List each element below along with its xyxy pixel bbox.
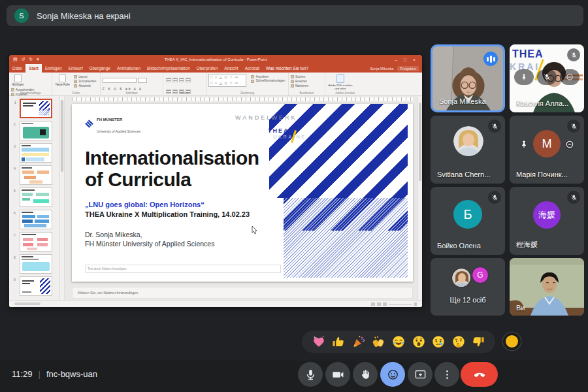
mic-off-icon <box>543 73 551 81</box>
slide-thumbnail-9[interactable]: 9 <box>20 276 52 296</box>
raise-hand-button[interactable] <box>353 362 378 387</box>
select-button[interactable]: Markieren <box>291 84 308 88</box>
slide-subtitle-quote[interactable]: „LNU goes global: Open Horizons“ <box>85 201 204 208</box>
participant-name: 程海媛 <box>516 240 538 250</box>
slide-thumbnail-8[interactable]: 8 <box>20 254 52 274</box>
shapes-gallery[interactable]: □ ○ △ ◇ ☆ ⇨□ ○ △ ◇ ☆ ⇨ <box>208 74 246 87</box>
skin-tone-button[interactable] <box>503 333 521 350</box>
reaction-thumbs-up-icon[interactable] <box>331 335 346 349</box>
tab-einfuegen[interactable]: Einfügen <box>42 64 65 73</box>
find-button[interactable]: Suchen <box>291 75 308 78</box>
participant-name: Марія Починк... <box>516 171 568 178</box>
ppt-status-bar <box>9 300 422 307</box>
meta-divider: | <box>39 369 41 379</box>
remove-participant-button[interactable] <box>560 69 580 85</box>
slide-thumbnail-3[interactable]: 3 <box>20 143 52 163</box>
reaction-party-popper-icon[interactable] <box>351 335 366 349</box>
remove-participant-button[interactable] <box>564 139 575 150</box>
slide-author[interactable]: Dr. Sonja Mikeska,FH Münster University … <box>85 230 214 248</box>
participant-tile-sonja[interactable]: Sonja Mikeska <box>431 44 505 112</box>
slide-thumbnail-1[interactable]: 1 <box>20 99 52 118</box>
reaction-astonished-face-icon[interactable] <box>412 335 426 349</box>
ppt-share-button[interactable]: Freigeben <box>397 66 419 71</box>
shared-screen-powerpoint[interactable]: ▤ ↺ ↻ ▾ THEA X_IAC_Internationalisation … <box>9 55 422 307</box>
new-slide-button[interactable]: Neue Folie <box>56 74 70 86</box>
section-button[interactable]: Abschnitt <box>74 84 96 88</box>
paste-button[interactable]: Einfügen <box>12 74 24 86</box>
slide-thumbnail-5[interactable]: 5 <box>20 188 52 207</box>
overflow-badge-letter: G <box>472 267 489 284</box>
adobe-pdf-button[interactable]: Adobe PDF erstellen und teilen <box>327 74 353 90</box>
slide-thumbnail-6[interactable]: 6 <box>20 210 52 229</box>
layout-button[interactable]: Layout <box>74 75 96 78</box>
tab-acrobat[interactable]: Acrobat <box>242 64 263 73</box>
tab-ueberpruefen[interactable]: Überprüfen <box>193 64 221 73</box>
reset-button[interactable]: Zurücksetzen <box>74 80 96 83</box>
tab-datei[interactable]: Datei <box>9 64 25 73</box>
camera-button[interactable] <box>325 362 350 387</box>
reaction-clapping-hands-icon[interactable] <box>371 335 385 349</box>
participant-tile-boiko[interactable]: Б Бойко Олена <box>431 187 505 255</box>
slide-title[interactable]: Internationalisationof Curricula <box>85 147 259 190</box>
presenter-avatar: S <box>14 8 29 23</box>
microphone-icon <box>304 368 317 381</box>
replace-button[interactable]: Ersetzen <box>291 80 308 83</box>
mute-participant-button[interactable] <box>537 69 557 85</box>
font-size-box[interactable] <box>138 78 147 83</box>
mic-muted-badge <box>488 120 501 133</box>
reaction-thumbs-down-icon[interactable] <box>471 335 485 349</box>
participant-name: Svitlana Chern... <box>437 171 490 178</box>
pin-button[interactable] <box>514 69 534 85</box>
ribbon-group-adobe: Adobe PDF erstellen und teilen Adobe Acr… <box>325 73 365 95</box>
mic-muted-badge <box>567 191 580 204</box>
ppt-ruler <box>72 97 413 101</box>
tab-bildschirmpraesentation[interactable]: Bildschirmpräsentation <box>144 64 193 73</box>
present-screen-icon <box>414 368 427 381</box>
participant-tile-svitlana[interactable]: Svitlana Chern... <box>431 116 505 184</box>
reaction-thinking-face-icon[interactable] <box>451 335 466 349</box>
participant-tile-krasulia[interactable]: THEA KRAI Красуля Алла... <box>510 44 584 112</box>
tab-uebergaenge[interactable]: Übergänge <box>86 64 114 73</box>
reactions-button[interactable] <box>380 362 405 387</box>
slide-thumbnail-panel[interactable]: 1 2 3 4 <box>9 96 60 300</box>
slide-subtitle-training[interactable]: THEA Ukraine X Multiplication Training, … <box>85 210 250 218</box>
font-style-buttons[interactable]: F K U S ab A A <box>103 87 161 91</box>
self-view-tile[interactable]: Ви <box>510 258 584 316</box>
ppt-view-buttons[interactable] <box>371 302 417 306</box>
avatar-letter: Б <box>453 200 482 229</box>
end-call-button[interactable] <box>461 362 498 387</box>
participant-tile-cheng[interactable]: 海媛 程海媛 <box>510 187 584 255</box>
ribbon-group-clipboard: Einfügen Ausschneiden Kopieren Format üb… <box>9 73 52 95</box>
slide-canvas[interactable]: FH MÜNSTERUniversity of Applied Sciences… <box>72 104 413 282</box>
tab-start[interactable]: Start <box>25 64 42 73</box>
tab-entwurf[interactable]: Entwurf <box>65 64 86 73</box>
quickstyles-button[interactable]: Schnellformatvorlagen <box>251 80 285 83</box>
reaction-tears-of-joy-icon[interactable] <box>391 335 406 349</box>
slide-thumbnail-2[interactable]: 2 <box>20 121 52 140</box>
overflow-participants-tile[interactable]: G Ще 12 осіб <box>431 258 505 316</box>
notes-pane[interactable]: Klicken Sie, um Notizen hinzuzufügen <box>72 287 413 299</box>
thumbnail-scrollbar[interactable] <box>60 96 65 300</box>
arrange-button[interactable]: Anordnen <box>251 75 285 78</box>
tab-animationen[interactable]: Animationen <box>114 64 144 73</box>
ppt-content: 1 2 3 4 <box>9 96 422 300</box>
font-name-box[interactable] <box>103 78 137 83</box>
microphone-button[interactable] <box>298 362 323 387</box>
editor-scrollbar[interactable] <box>417 96 422 300</box>
tab-ansicht[interactable]: Ansicht <box>221 64 241 73</box>
mic-muted-badge <box>567 120 580 133</box>
pin-button[interactable] <box>519 139 529 150</box>
tellme-search[interactable]: Was möchten Sie tun? <box>263 64 312 73</box>
slide-thumbnail-4[interactable]: 4 <box>20 165 52 185</box>
ribbon-group-paragraph: Absatz <box>163 73 206 95</box>
participant-tile-maria[interactable]: М Марія Починк... <box>510 116 584 184</box>
present-screen-button[interactable] <box>408 362 433 387</box>
avatar-letter: 海媛 <box>533 201 561 229</box>
ppt-ribbon: Einfügen Ausschneiden Kopieren Format üb… <box>9 73 422 96</box>
reaction-sparkling-heart-icon[interactable] <box>312 335 326 349</box>
reaction-crying-face-icon[interactable] <box>431 335 446 349</box>
slide-thumbnail-7[interactable]: 7 <box>20 232 52 252</box>
more-options-button[interactable] <box>434 362 459 387</box>
slide-text-placeholder[interactable]: Text durch Klicken hinzufügen <box>85 265 281 273</box>
overflow-count-label: Ще 12 осіб <box>431 296 505 304</box>
